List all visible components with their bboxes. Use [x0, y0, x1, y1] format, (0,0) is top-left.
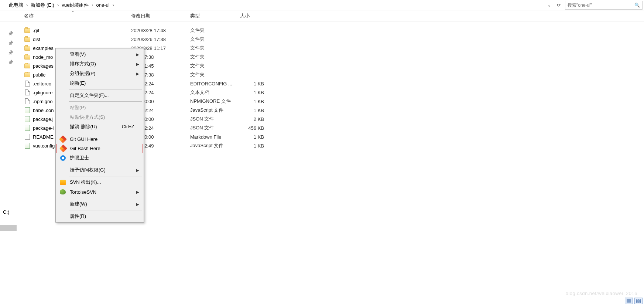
menu-separator [69, 210, 142, 210]
refresh-icon[interactable]: ⟳ [555, 2, 562, 9]
chevron-right-icon: › [90, 2, 95, 8]
file-name: .git [33, 28, 131, 33]
menu-item[interactable]: 刷新(E) [56, 78, 143, 88]
file-type: 文件夹 [190, 36, 240, 43]
file-size: 1 KB [240, 108, 268, 113]
file-type: 文件夹 [190, 54, 240, 60]
file-type: NPMIGNORE 文件 [190, 98, 240, 105]
js-icon [24, 107, 31, 113]
view-details-icon[interactable] [625, 298, 633, 304]
menu-item-label: 查看(V) [70, 51, 86, 58]
search-box[interactable]: 🔍 [565, 1, 643, 10]
file-type: 文本文档 [190, 89, 240, 96]
status-bar [625, 297, 644, 305]
menu-item[interactable]: 查看(V)▶ [56, 50, 143, 59]
menu-item[interactable]: 属性(R) [56, 211, 143, 221]
file-type: JSON 文件 [190, 125, 240, 131]
column-type[interactable]: 类型 [190, 13, 240, 19]
menu-item[interactable]: 新建(W)▶ [56, 199, 143, 209]
chevron-right-icon: › [56, 2, 60, 8]
file-size: 2 KB [240, 116, 268, 122]
file-size: 1 KB [240, 143, 268, 149]
breadcrumb-segment[interactable]: vue封装组件 [60, 2, 90, 9]
file-size: 1 KB [240, 134, 268, 140]
file-icon [24, 98, 31, 105]
menu-separator [69, 198, 142, 198]
search-input[interactable] [568, 3, 634, 8]
js-icon [24, 125, 31, 131]
svn-icon [59, 179, 66, 186]
pin-icon[interactable] [8, 40, 13, 45]
tort-icon [59, 189, 66, 195]
file-size: 1 KB [240, 81, 268, 87]
menu-item[interactable]: 授予访问权限(G)▶ [56, 165, 143, 175]
menu-item[interactable]: 护眼卫士 [56, 153, 143, 163]
scrollbar-thumb[interactable] [0, 225, 17, 231]
menu-item[interactable]: Git GUI Here [56, 134, 143, 144]
submenu-arrow-icon: ▶ [136, 52, 139, 57]
submenu-arrow-icon: ▶ [136, 72, 139, 76]
sort-indicator-icon: ˄ [72, 10, 74, 14]
file-size: 1 KB [240, 90, 268, 95]
menu-item[interactable]: 分组依据(P)▶ [56, 69, 143, 78]
menu-item-label: 排序方式(O) [70, 61, 96, 67]
svg-rect-3 [639, 301, 641, 303]
file-size: 456 KB [240, 125, 268, 131]
context-menu: 查看(V)▶排序方式(O)▶分组依据(P)▶刷新(E)自定义文件夹(F)...粘… [55, 48, 144, 223]
pin-icon[interactable] [8, 30, 13, 35]
folder-icon [24, 71, 31, 78]
menu-item-label: TortoiseSVN [70, 189, 96, 195]
breadcrumb-segment[interactable]: one-ui [95, 2, 111, 8]
menu-item: 粘贴(P) [56, 103, 143, 112]
file-type: JavaScript 文件 [190, 107, 240, 113]
file-date: 2020/3/26 17:38 [131, 37, 190, 42]
breadcrumb[interactable]: 此电脑›新加卷 (E:)›vue封装组件›one-ui› [0, 2, 543, 9]
column-size[interactable]: 大小 [240, 13, 268, 19]
file-type: 文件夹 [190, 45, 240, 51]
breadcrumb-segment[interactable]: 此电脑 [7, 2, 25, 9]
menu-separator [69, 164, 142, 164]
columns-header: 名称 ˄ 修改日期 类型 大小 [0, 10, 644, 21]
history-dropdown-icon[interactable]: ⌄ [546, 2, 552, 9]
menu-item-label: 撤消 删除(U) [70, 123, 97, 130]
file-icon [24, 89, 31, 96]
menu-item[interactable]: 撤消 删除(U)Ctrl+Z [56, 122, 143, 132]
file-date: 2020/3/28 17:48 [131, 28, 190, 33]
file-type: 文件夹 [190, 71, 240, 78]
menu-separator [69, 101, 142, 102]
menu-item-label: Git GUI Here [70, 136, 97, 142]
column-date[interactable]: 修改日期 [131, 13, 190, 19]
menu-item[interactable]: 自定义文件夹(F)... [56, 91, 143, 100]
file-type: Markdown File [190, 134, 240, 140]
git-icon [59, 136, 66, 142]
chevron-right-icon: › [25, 2, 29, 8]
view-large-icons-icon[interactable] [634, 298, 643, 304]
git-icon [60, 145, 66, 152]
file-type: 文件夹 [190, 27, 240, 34]
search-icon[interactable]: 🔍 [634, 3, 640, 8]
js-icon [24, 142, 31, 149]
pin-icon[interactable] [8, 59, 13, 64]
menu-item-label: Git Bash Here [70, 146, 100, 151]
menu-item[interactable]: TortoiseSVN▶ [56, 187, 143, 197]
menu-separator [69, 176, 142, 176]
menu-item-label: 粘贴快捷方式(S) [70, 114, 105, 121]
folder-icon [24, 54, 31, 60]
menu-item-label: 粘贴(P) [70, 104, 86, 111]
folder-icon [24, 27, 31, 34]
file-row[interactable]: .git2020/3/28 17:48文件夹 [17, 26, 644, 35]
chevron-right-icon: › [111, 2, 116, 8]
menu-item[interactable]: 排序方式(O)▶ [56, 59, 143, 69]
menu-separator [69, 89, 142, 89]
menu-item-label: 刷新(E) [70, 80, 86, 87]
svg-rect-1 [639, 299, 641, 301]
address-bar: 此电脑›新加卷 (E:)›vue封装组件›one-ui› ⌄ ⟳ 🔍 [0, 0, 644, 10]
file-row[interactable]: dist2020/3/26 17:38文件夹 [17, 35, 644, 44]
menu-item[interactable]: SVN 检出(K)... [56, 177, 143, 187]
pin-icon[interactable] [8, 50, 13, 55]
breadcrumb-segment[interactable]: 新加卷 (E:) [29, 2, 56, 9]
menu-item[interactable]: Git Bash Here [56, 144, 143, 153]
column-name[interactable]: 名称 ˄ [24, 13, 131, 19]
file-name: dist [33, 37, 131, 42]
menu-item-label: 新建(W) [70, 201, 87, 207]
